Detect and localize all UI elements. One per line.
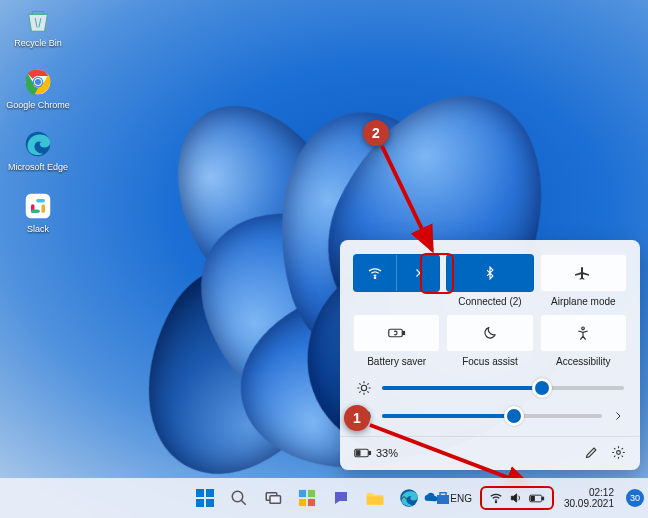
bluetooth-tile[interactable] xyxy=(446,254,533,292)
svg-point-3 xyxy=(35,79,41,85)
svg-rect-31 xyxy=(308,499,315,506)
airplane-tile[interactable] xyxy=(540,254,627,292)
desktop-icon-chrome[interactable]: Google Chrome xyxy=(6,66,70,122)
svg-rect-12 xyxy=(403,332,405,335)
svg-rect-16 xyxy=(369,451,371,454)
svg-point-34 xyxy=(495,502,496,503)
brightness-row xyxy=(356,380,624,396)
desktop-icon-label: Google Chrome xyxy=(6,100,70,110)
bluetooth-icon xyxy=(483,266,497,280)
edit-quick-settings-button[interactable] xyxy=(584,445,599,460)
wifi-tile[interactable] xyxy=(353,254,440,292)
battery-saver-tile[interactable] xyxy=(353,314,440,352)
battery-status: 33% xyxy=(354,447,398,459)
recycle-bin-icon xyxy=(22,4,54,36)
callout-2: 2 xyxy=(363,120,389,146)
desktop-icon-label: Microsoft Edge xyxy=(8,162,68,172)
onedrive-tray-icon[interactable] xyxy=(418,490,442,506)
airplane-label: Airplane mode xyxy=(551,296,615,308)
battery-saver-label: Battery saver xyxy=(367,356,426,368)
svg-rect-36 xyxy=(542,497,543,500)
svg-rect-8 xyxy=(42,204,46,213)
desktop-icons: Recycle Bin Google Chrome Microsoft Edge… xyxy=(6,4,70,252)
accessibility-label: Accessibility xyxy=(556,356,610,368)
svg-rect-17 xyxy=(356,450,360,455)
volume-row xyxy=(356,408,624,424)
svg-rect-22 xyxy=(206,489,214,497)
slack-icon xyxy=(22,190,54,222)
brightness-icon xyxy=(356,380,372,396)
brightness-slider[interactable] xyxy=(382,386,624,390)
system-tray-network-volume-battery[interactable] xyxy=(480,486,554,510)
focus-assist-label: Focus assist xyxy=(462,356,518,368)
quick-settings-panel: Connected (2) Airplane mode Battery save xyxy=(340,240,640,470)
accessibility-tile[interactable] xyxy=(540,314,627,352)
clock-date: 30.09.2021 xyxy=(564,498,614,509)
svg-point-13 xyxy=(582,327,585,330)
svg-line-19 xyxy=(382,146,432,250)
svg-rect-21 xyxy=(196,489,204,497)
svg-point-18 xyxy=(617,451,621,455)
start-button[interactable] xyxy=(191,484,219,512)
desktop-icon-label: Recycle Bin xyxy=(14,38,62,48)
edge-icon xyxy=(22,128,54,160)
svg-point-10 xyxy=(374,277,375,278)
svg-rect-29 xyxy=(308,490,315,497)
language-button[interactable]: ENG xyxy=(446,491,476,506)
svg-rect-23 xyxy=(196,499,204,507)
volume-slider[interactable] xyxy=(382,414,602,418)
svg-rect-30 xyxy=(299,499,306,506)
svg-rect-5 xyxy=(26,194,51,219)
taskbar: ENG 02:12 30.09.2021 30 xyxy=(0,478,648,518)
battery-tray-icon xyxy=(529,493,545,504)
focus-assist-tile[interactable] xyxy=(446,314,533,352)
svg-point-14 xyxy=(361,385,366,390)
svg-rect-9 xyxy=(31,210,40,214)
svg-rect-28 xyxy=(299,490,306,497)
wifi-expand-button[interactable] xyxy=(397,255,439,291)
clock-time: 02:12 xyxy=(589,487,614,498)
svg-rect-7 xyxy=(36,199,45,203)
focus-assist-icon xyxy=(482,325,498,341)
desktop-icon-slack[interactable]: Slack xyxy=(6,190,70,246)
taskbar-right: ENG 02:12 30.09.2021 30 xyxy=(394,478,644,518)
desktop-icon-recycle-bin[interactable]: Recycle Bin xyxy=(6,4,70,60)
tray-overflow-button[interactable] xyxy=(394,490,414,506)
wifi-tray-icon xyxy=(489,491,503,505)
notification-badge[interactable]: 30 xyxy=(626,489,644,507)
svg-rect-24 xyxy=(206,499,214,507)
svg-point-25 xyxy=(232,491,243,502)
svg-rect-11 xyxy=(388,329,402,337)
desktop-icon-label: Slack xyxy=(27,224,49,234)
settings-button[interactable] xyxy=(611,445,626,460)
svg-rect-37 xyxy=(531,496,534,500)
callout-1: 1 xyxy=(344,405,370,431)
airplane-icon xyxy=(575,265,591,281)
wifi-icon xyxy=(354,255,397,291)
volume-expand-button[interactable] xyxy=(612,410,624,422)
battery-saver-icon xyxy=(388,326,406,340)
svg-rect-27 xyxy=(270,496,281,504)
desktop-icon-edge[interactable]: Microsoft Edge xyxy=(6,128,70,184)
explorer-button[interactable] xyxy=(361,484,389,512)
volume-tray-icon xyxy=(509,491,523,505)
chat-button[interactable] xyxy=(327,484,355,512)
taskbar-clock[interactable]: 02:12 30.09.2021 xyxy=(558,487,620,509)
bluetooth-label: Connected (2) xyxy=(458,296,521,308)
widgets-button[interactable] xyxy=(293,484,321,512)
search-button[interactable] xyxy=(225,484,253,512)
svg-rect-32 xyxy=(367,496,384,504)
task-view-button[interactable] xyxy=(259,484,287,512)
desktop: Recycle Bin Google Chrome Microsoft Edge… xyxy=(0,0,648,518)
accessibility-icon xyxy=(575,325,591,341)
chrome-icon xyxy=(22,66,54,98)
